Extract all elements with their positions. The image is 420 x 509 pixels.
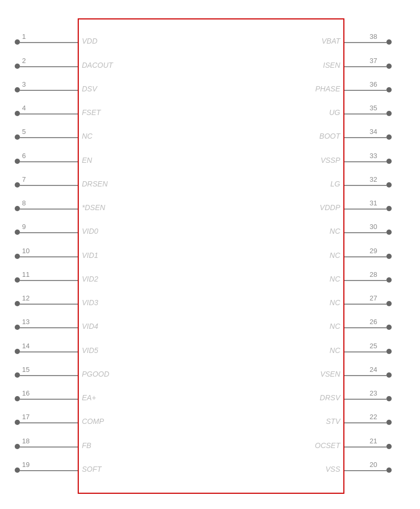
pin-dot-left-16 [15, 396, 20, 401]
pin-label-left-10: VID1 [82, 251, 98, 259]
pin-dot-left-4 [15, 111, 20, 116]
pin-line-right-36 [344, 90, 386, 91]
pin-label-right-20: VSS [326, 465, 340, 473]
pin-label-left-3: DSV [82, 85, 97, 93]
pin-number-left-19: 19 [22, 461, 29, 469]
pin-line-right-35 [344, 113, 386, 115]
pin-line-left-1 [20, 42, 78, 43]
pin-label-right-35: UG [329, 108, 340, 117]
pin-line-left-9 [20, 232, 78, 233]
pin-label-right-24: VSEN [320, 370, 340, 378]
pin-dot-left-19 [15, 468, 20, 473]
pin-line-left-10 [20, 256, 78, 257]
pin-line-right-25 [344, 351, 386, 352]
pin-label-right-33: VSSP [321, 156, 340, 164]
pin-line-right-38 [344, 42, 386, 43]
pin-dot-right-20 [386, 468, 392, 473]
pin-dot-right-23 [386, 396, 392, 401]
pin-dot-left-6 [15, 159, 20, 164]
pin-dot-right-28 [386, 277, 392, 283]
pin-line-right-23 [344, 399, 386, 400]
pin-number-left-15: 15 [22, 366, 29, 373]
pin-number-right-35: 35 [370, 104, 377, 112]
pin-number-left-10: 10 [22, 247, 29, 255]
pin-dot-right-24 [386, 372, 392, 378]
pin-line-left-4 [20, 113, 78, 115]
pin-label-left-2: DACOUT [82, 61, 113, 69]
pin-number-right-38: 38 [370, 33, 377, 40]
pin-number-right-29: 29 [370, 247, 377, 255]
pin-number-right-30: 30 [370, 223, 377, 231]
pin-label-left-18: FB [82, 441, 91, 450]
pin-dot-right-21 [386, 444, 392, 449]
pin-number-right-23: 23 [370, 389, 377, 397]
pin-line-right-31 [344, 209, 386, 210]
pin-number-left-1: 1 [22, 33, 26, 40]
pin-number-right-34: 34 [370, 128, 377, 136]
pin-label-right-23: DRSV [320, 393, 340, 402]
pin-label-left-7: DRSEN [82, 180, 108, 188]
pin-label-right-31: VDDP [320, 203, 340, 212]
pin-number-left-12: 12 [22, 294, 29, 302]
pin-line-left-12 [20, 304, 78, 305]
pin-number-left-16: 16 [22, 389, 29, 397]
pin-number-left-11: 11 [22, 271, 29, 278]
pin-number-right-21: 21 [370, 437, 377, 445]
pin-line-left-7 [20, 185, 78, 186]
pin-label-right-34: BOOT [319, 132, 340, 140]
pin-line-right-30 [344, 232, 386, 233]
pin-number-left-6: 6 [22, 152, 26, 160]
pin-label-right-22: STV [326, 417, 340, 425]
pin-label-right-32: LG [330, 180, 340, 188]
pin-line-left-18 [20, 446, 78, 448]
pin-label-left-15: PGOOD [82, 370, 109, 378]
pin-label-left-11: VID2 [82, 275, 98, 283]
pin-number-left-14: 14 [22, 342, 29, 350]
pin-label-right-30: NC [330, 227, 340, 235]
pin-dot-left-10 [15, 254, 20, 259]
pin-line-right-21 [344, 446, 386, 448]
pin-line-right-27 [344, 304, 386, 305]
pin-line-left-19 [20, 470, 78, 471]
pin-number-left-8: 8 [22, 199, 26, 207]
pin-line-right-33 [344, 161, 386, 162]
pin-label-left-16: EA+ [82, 393, 96, 402]
pin-line-right-26 [344, 327, 386, 328]
pin-number-left-4: 4 [22, 104, 26, 112]
pin-line-right-28 [344, 280, 386, 281]
ic-body [78, 18, 344, 494]
pin-line-right-34 [344, 137, 386, 138]
pin-line-left-17 [20, 422, 78, 423]
pin-label-left-8: *DSEN [82, 203, 105, 212]
pin-dot-left-12 [15, 301, 20, 306]
pin-number-right-27: 27 [370, 294, 377, 302]
pin-label-right-27: NC [330, 298, 340, 307]
pin-dot-left-3 [15, 87, 20, 92]
pin-number-right-24: 24 [370, 366, 377, 373]
pin-number-left-18: 18 [22, 437, 29, 445]
pin-dot-left-18 [15, 444, 20, 449]
pin-dot-left-15 [15, 372, 20, 378]
pin-label-left-13: VID4 [82, 322, 98, 330]
pin-dot-right-36 [386, 87, 392, 92]
pin-line-left-15 [20, 375, 78, 376]
pin-line-left-8 [20, 209, 78, 210]
pin-number-right-36: 36 [370, 80, 377, 88]
pin-dot-right-29 [386, 254, 392, 259]
pin-label-left-6: EN [82, 156, 92, 164]
pin-label-left-5: NC [82, 132, 92, 140]
pin-line-left-14 [20, 351, 78, 352]
pin-line-left-16 [20, 399, 78, 400]
pin-line-left-2 [20, 66, 78, 67]
pin-label-left-4: FSET [82, 108, 101, 117]
pin-label-right-38: VBAT [321, 37, 340, 45]
pin-number-left-13: 13 [22, 318, 29, 326]
pin-label-left-12: VID3 [82, 298, 98, 307]
pin-number-left-17: 17 [22, 413, 29, 421]
pin-line-right-32 [344, 185, 386, 186]
pin-dot-left-8 [15, 206, 20, 211]
pin-label-left-9: VID0 [82, 227, 98, 235]
pin-number-left-2: 2 [22, 57, 26, 65]
pin-line-right-29 [344, 256, 386, 257]
pin-number-left-5: 5 [22, 128, 26, 136]
